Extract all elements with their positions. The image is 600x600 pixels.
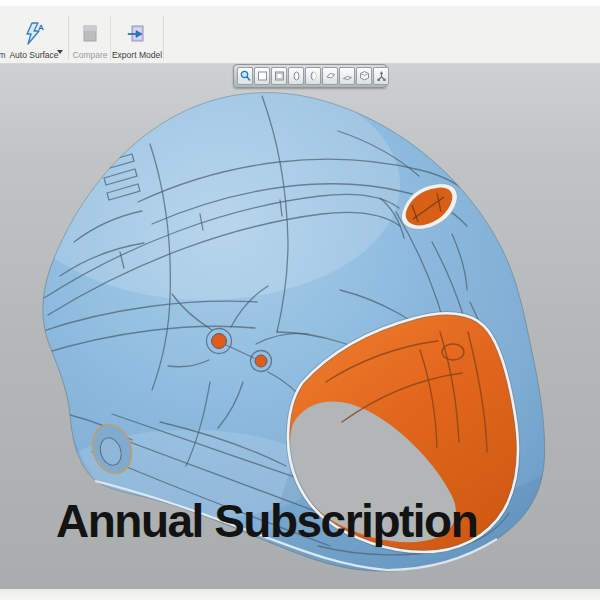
app-window: m A Auto Surface Compare [0,0,600,600]
multi-view-icon[interactable] [373,67,389,85]
ribbon-button-cropped-label: m [0,50,6,60]
top-view-icon[interactable] [322,67,338,85]
back-view-icon[interactable] [271,67,287,85]
isometric-view-icon[interactable] [356,67,372,85]
auto-surface-lightning-icon: A [23,22,45,46]
compare-icon [79,22,101,46]
ribbon-separator [163,16,164,60]
front-view-icon[interactable] [254,67,270,85]
compare-label: Compare [73,50,108,60]
status-bar [0,588,600,600]
export-model-label: Export Model [112,50,162,60]
auto-surface-dropdown-caret[interactable] [57,50,63,54]
ribbon-button-cropped[interactable]: m [0,9,9,61]
auto-surface-label: Auto Surface [9,50,58,60]
ribbon-separator [68,16,69,60]
ribbon-separator [110,16,111,60]
export-model-icon [126,22,148,46]
bottom-view-icon[interactable] [339,67,355,85]
annual-subscription-caption: Annual Subscription [56,494,477,548]
compare-button[interactable]: Compare [72,9,108,61]
left-view-icon[interactable] [288,67,304,85]
zoom-icon[interactable] [237,67,253,85]
svg-text:A: A [38,23,44,32]
right-view-icon[interactable] [305,67,321,85]
auto-surface-button[interactable]: A Auto Surface [11,9,57,61]
view-orientation-toolbar [233,64,387,88]
ribbon-toolbar: m A Auto Surface Compare [0,6,600,64]
export-model-button[interactable]: Export Model [113,9,161,61]
